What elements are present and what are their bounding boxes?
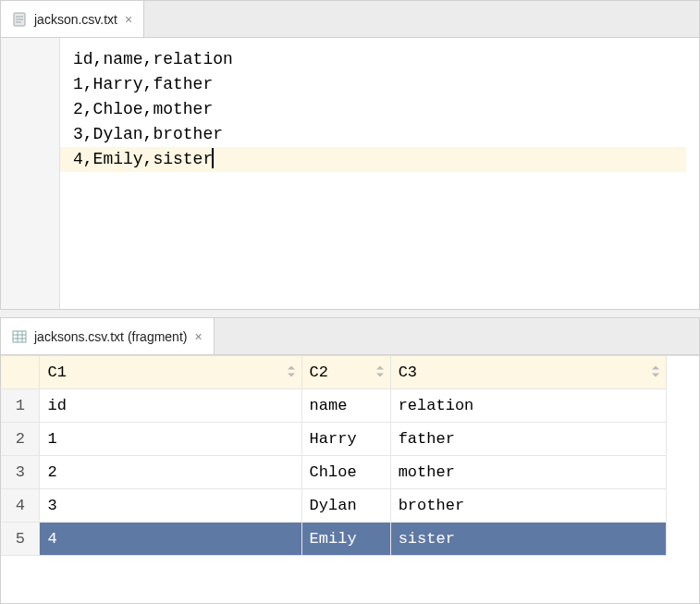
data-grid: C1 C2 C3 [1, 356, 667, 556]
table-cell[interactable]: Dylan [302, 489, 391, 523]
corner-cell [1, 356, 40, 389]
editor-tab-label: jackson.csv.txt [34, 12, 117, 27]
sort-icon[interactable] [287, 365, 296, 379]
table-cell[interactable]: sister [391, 523, 667, 556]
column-header[interactable]: C1 [40, 356, 301, 389]
table-cell[interactable]: 3 [40, 489, 301, 523]
row-number-cell[interactable]: 3 [1, 456, 40, 489]
table-tab-label: jacksons.csv.txt (fragment) [34, 329, 187, 344]
table-tab[interactable]: jacksons.csv.txt (fragment) × [1, 318, 215, 354]
sort-icon[interactable] [375, 365, 385, 379]
table-cell[interactable]: relation [391, 389, 667, 423]
table-icon [12, 329, 27, 344]
table-cell[interactable]: Chloe [302, 456, 391, 489]
close-icon[interactable]: × [194, 330, 202, 343]
column-label: C3 [399, 364, 417, 381]
row-number-cell[interactable]: 4 [1, 489, 40, 523]
table-cell[interactable]: Harry [302, 423, 391, 456]
editor-tab[interactable]: jackson.csv.txt × [1, 1, 144, 37]
svg-rect-4 [13, 331, 26, 342]
column-label: C2 [310, 364, 328, 381]
table-cell[interactable]: 2 [40, 456, 301, 489]
table-cell[interactable]: mother [391, 456, 667, 489]
code-line[interactable]: 1,Harry,father [73, 72, 686, 97]
table-cell[interactable]: Emily [302, 523, 391, 556]
table-cell[interactable]: 4 [40, 523, 301, 556]
code-line[interactable]: 3,Dylan,brother [73, 122, 686, 147]
code-line[interactable]: id,name,relation [73, 47, 686, 72]
table-row[interactable]: 21Harryfather [1, 423, 667, 456]
table-tab-bar: jacksons.csv.txt (fragment) × [1, 318, 699, 355]
column-label: C1 [47, 364, 66, 381]
text-file-icon [12, 12, 27, 27]
editor-area[interactable]: id,name,relation1,Harry,father2,Chloe,mo… [1, 38, 699, 309]
table-row[interactable]: 1idnamerelation [1, 389, 667, 423]
table-row[interactable]: 43Dylanbrother [1, 489, 667, 523]
table-cell[interactable]: id [40, 389, 301, 423]
editor-content[interactable]: id,name,relation1,Harry,father2,Chloe,mo… [60, 38, 699, 309]
table-row[interactable]: 54Emilysister [1, 523, 667, 556]
text-caret [212, 148, 214, 168]
code-line[interactable]: 4,Emily,sister [60, 147, 686, 172]
table-cell[interactable]: 1 [40, 423, 301, 456]
table-row[interactable]: 32Chloemother [1, 456, 667, 489]
header-row: C1 C2 C3 [1, 356, 667, 389]
row-number-cell[interactable]: 1 [1, 389, 40, 423]
close-icon[interactable]: × [125, 13, 132, 26]
sort-icon[interactable] [651, 365, 660, 379]
table-scroll[interactable]: C1 C2 C3 [1, 355, 699, 603]
table-view-pane: jacksons.csv.txt (fragment) × C1 C2 [0, 317, 700, 604]
code-line[interactable]: 2,Chloe,mother [73, 97, 686, 122]
row-number-cell[interactable]: 5 [1, 523, 40, 556]
table-cell[interactable]: father [391, 423, 667, 456]
column-header[interactable]: C2 [302, 356, 391, 389]
table-cell[interactable]: name [302, 389, 391, 423]
column-header[interactable]: C3 [391, 356, 667, 389]
row-number-cell[interactable]: 2 [1, 423, 40, 456]
editor-tab-bar: jackson.csv.txt × [1, 1, 699, 38]
text-editor-pane: jackson.csv.txt × id,name,relation1,Harr… [0, 0, 700, 310]
table-cell[interactable]: brother [391, 489, 667, 523]
editor-gutter [1, 38, 60, 309]
